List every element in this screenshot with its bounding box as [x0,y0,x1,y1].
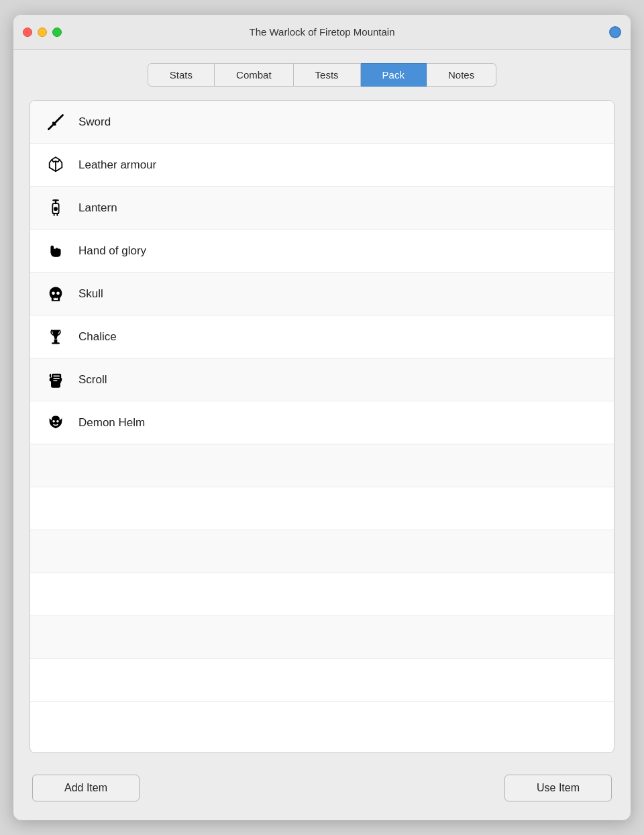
svg-point-12 [56,291,60,295]
traffic-lights [23,28,62,37]
item-name: Lantern [78,201,117,215]
item-name: Hand of glory [78,244,146,258]
sword-icon [44,113,68,132]
status-indicator [609,26,621,38]
add-item-button[interactable]: Add Item [32,775,140,801]
tab-tests[interactable]: Tests [294,63,361,87]
lantern-icon [44,199,68,217]
list-item[interactable]: Lantern [30,187,614,230]
item-name: Demon Helm [78,416,145,430]
empty-row [30,573,614,616]
tab-combat[interactable]: Combat [215,63,294,87]
scroll-icon [44,371,68,389]
bottom-bar: Add Item Use Item [30,769,614,807]
use-item-button[interactable]: Use Item [504,775,612,801]
list-item[interactable]: Sword [30,101,614,144]
item-name: Scroll [78,373,107,387]
tab-notes[interactable]: Notes [427,63,496,87]
item-name: Leather armour [78,158,156,172]
list-item[interactable]: Leather armour [30,144,614,187]
app-window: The Warlock of Firetop Mountain Stats Co… [13,15,631,820]
empty-row [30,444,614,487]
demon-helm-icon [44,413,68,432]
tab-stats[interactable]: Stats [148,63,215,87]
item-name: Skull [78,287,103,301]
list-item[interactable]: Scroll [30,358,614,401]
close-button[interactable] [23,28,32,37]
svg-point-10 [54,207,58,211]
svg-point-19 [52,420,55,422]
armor-icon [44,156,68,175]
item-name: Sword [78,115,111,129]
chalice-icon [44,328,68,346]
titlebar: The Warlock of Firetop Mountain [13,15,631,50]
hand-icon [44,242,68,260]
list-item[interactable]: Skull [30,273,614,315]
tab-bar: Stats Combat Tests Pack Notes [30,63,614,87]
empty-row [30,659,614,702]
main-content: Stats Combat Tests Pack Notes Sword [13,50,631,820]
item-list: Sword Leather armour [30,100,614,753]
svg-point-11 [52,291,55,295]
svg-line-2 [54,123,55,124]
skull-icon [44,285,68,303]
empty-row [30,487,614,530]
item-name: Chalice [78,330,117,344]
list-item[interactable]: Chalice [30,315,614,358]
empty-row [30,530,614,573]
list-item[interactable]: Demon Helm [30,401,614,444]
tab-pack[interactable]: Pack [361,63,427,87]
list-item[interactable]: Hand of glory [30,230,614,273]
zoom-button[interactable] [52,28,62,37]
minimize-button[interactable] [38,28,47,37]
empty-row [30,616,614,659]
window-title: The Warlock of Firetop Mountain [249,26,394,38]
svg-point-20 [56,420,59,422]
